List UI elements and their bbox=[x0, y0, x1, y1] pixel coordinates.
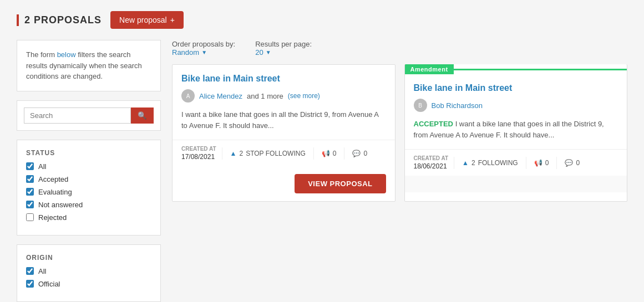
follow-action-1[interactable]: ▲ 2 STOP FOLLOWING bbox=[222, 147, 314, 160]
follow-icon-2: ▲ bbox=[462, 159, 469, 167]
below-link[interactable]: below bbox=[57, 50, 76, 59]
proposal-card-1: Bike lane in Main street A Alice Mendez … bbox=[172, 64, 395, 202]
votes-count-2: 0 bbox=[545, 159, 549, 167]
comments-count-2: 0 bbox=[576, 159, 580, 167]
order-by-label: Order proposals by: bbox=[172, 40, 235, 48]
proposals-grid: Bike lane in Main street A Alice Mendez … bbox=[172, 64, 627, 202]
comments-icon-2: 💬 bbox=[565, 159, 573, 167]
content-area: Order proposals by: Random ▼ Results per… bbox=[172, 40, 627, 302]
search-box: 🔍 bbox=[17, 100, 161, 131]
search-icon: 🔍 bbox=[138, 111, 147, 120]
results-per-page-value[interactable]: 20 ▼ bbox=[255, 48, 315, 57]
footer-actions-2: ▲ 2 FOLLOWING 📢 0 💬 0 bbox=[454, 157, 587, 169]
card-spacer-2 bbox=[405, 176, 627, 192]
page-title: 2 PROPOSALS bbox=[24, 14, 102, 25]
comments-action-2[interactable]: 💬 0 bbox=[557, 157, 587, 169]
card-description-1: I want a bike lane that goes in all the … bbox=[181, 109, 386, 131]
card-body-1: Bike lane in Main street A Alice Mendez … bbox=[173, 65, 395, 140]
plus-icon: + bbox=[170, 16, 175, 24]
order-dropdown-icon: ▼ bbox=[201, 49, 207, 55]
status-filter-rejected[interactable]: Rejected bbox=[26, 213, 151, 222]
avatar-2: B bbox=[414, 99, 427, 112]
follow-action-2[interactable]: ▲ 2 FOLLOWING bbox=[454, 157, 526, 169]
results-per-page-group: Results per page: 20 ▼ bbox=[255, 40, 315, 57]
proposal-title-2[interactable]: Bike lane in Main street bbox=[414, 83, 618, 93]
status-filter-accepted[interactable]: Accepted bbox=[26, 175, 151, 183]
new-proposal-button[interactable]: New proposal + bbox=[110, 11, 184, 29]
sidebar-info: The form below filters the search result… bbox=[17, 40, 161, 91]
view-btn-wrapper-1: VIEW PROPOSAL bbox=[173, 166, 395, 201]
sort-bar: Order proposals by: Random ▼ Results per… bbox=[172, 40, 627, 57]
origin-filter-section: ORIGIN All Official bbox=[17, 244, 161, 302]
order-by-group: Order proposals by: Random ▼ bbox=[172, 40, 239, 57]
comments-icon-1: 💬 bbox=[352, 150, 361, 157]
comments-action-1[interactable]: 💬 0 bbox=[344, 147, 375, 160]
amendment-top-bar: Amendment bbox=[405, 64, 627, 74]
comments-count-1: 0 bbox=[363, 150, 367, 157]
card-description-2: ACCEPTED I want a bike lane that goes in… bbox=[414, 119, 618, 140]
proposal-title-1[interactable]: Bike lane in Main street bbox=[181, 74, 386, 84]
follow-icon-1: ▲ bbox=[230, 150, 237, 157]
status-filter-title: STATUS bbox=[26, 149, 151, 157]
accepted-badge: ACCEPTED bbox=[414, 120, 454, 128]
follow-count-2: 2 bbox=[471, 159, 475, 167]
status-filter-all[interactable]: All bbox=[26, 162, 151, 171]
status-filter-evaluating[interactable]: Evaluating bbox=[26, 188, 151, 196]
votes-icon-1: 📢 bbox=[322, 150, 330, 157]
view-proposal-button-1[interactable]: VIEW PROPOSAL bbox=[295, 174, 386, 193]
results-dropdown-icon: ▼ bbox=[266, 49, 271, 55]
votes-action-2[interactable]: 📢 0 bbox=[526, 157, 557, 169]
amendment-tag: Amendment bbox=[405, 64, 454, 74]
author-extra-1: and 1 more bbox=[247, 92, 283, 100]
card-author-2: B Bob Richardson bbox=[414, 99, 618, 112]
author-name-2[interactable]: Bob Richardson bbox=[432, 101, 483, 110]
follow-count-1: 2 bbox=[239, 150, 243, 157]
amendment-line bbox=[454, 69, 627, 70]
status-filter-section: STATUS All Accepted Evaluating Not answe… bbox=[17, 140, 161, 236]
origin-filter-official[interactable]: Official bbox=[26, 280, 151, 288]
footer-actions-1: ▲ 2 STOP FOLLOWING 📢 0 💬 0 bbox=[222, 147, 376, 160]
results-per-page-label: Results per page: bbox=[255, 40, 312, 48]
sidebar: The form below filters the search result… bbox=[17, 40, 161, 302]
created-at-1: CREATED AT 17/08/2021 bbox=[181, 146, 216, 161]
status-filter-not-answered[interactable]: Not answered bbox=[26, 201, 151, 209]
origin-filter-all[interactable]: All bbox=[26, 267, 151, 275]
card-footer-2: CREATED AT 18/06/2021 ▲ 2 FOLLOWING 📢 bbox=[405, 149, 627, 176]
follow-label-2: FOLLOWING bbox=[478, 159, 518, 167]
search-button[interactable]: 🔍 bbox=[131, 108, 154, 124]
card-author-1: A Alice Mendez and 1 more (see more) bbox=[181, 89, 386, 103]
origin-filter-title: ORIGIN bbox=[26, 254, 151, 262]
card-footer-1: CREATED AT 17/08/2021 ▲ 2 STOP FOLLOWING… bbox=[173, 140, 395, 166]
card-body-2: Bike lane in Main street B Bob Richardso… bbox=[405, 74, 627, 149]
follow-label-1: STOP FOLLOWING bbox=[246, 150, 306, 157]
created-at-2: CREATED AT 18/06/2021 bbox=[414, 155, 449, 170]
avatar-1: A bbox=[181, 89, 195, 103]
votes-count-1: 0 bbox=[333, 150, 337, 157]
votes-icon-2: 📢 bbox=[534, 159, 542, 167]
proposal-card-2: Amendment Bike lane in Main street B Bob… bbox=[404, 64, 628, 202]
author-name-1[interactable]: Alice Mendez bbox=[199, 92, 242, 100]
order-by-value[interactable]: Random ▼ bbox=[172, 48, 239, 57]
votes-action-1[interactable]: 📢 0 bbox=[314, 147, 345, 160]
see-more-link-1[interactable]: (see more) bbox=[288, 92, 320, 100]
search-input[interactable] bbox=[24, 108, 131, 124]
